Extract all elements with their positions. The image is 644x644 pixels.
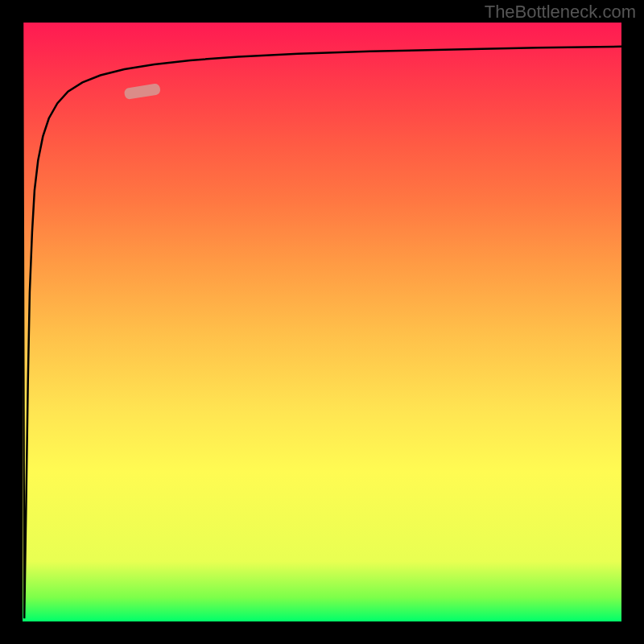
curve-layer [23,23,621,621]
frame-border [621,0,644,644]
highlight-marker [124,83,161,100]
frame-border [0,621,644,644]
watermark-text: TheBottleneck.com [485,2,636,23]
bottleneck-curve [23,23,621,618]
frame-border [0,0,23,644]
chart-frame [0,0,644,644]
